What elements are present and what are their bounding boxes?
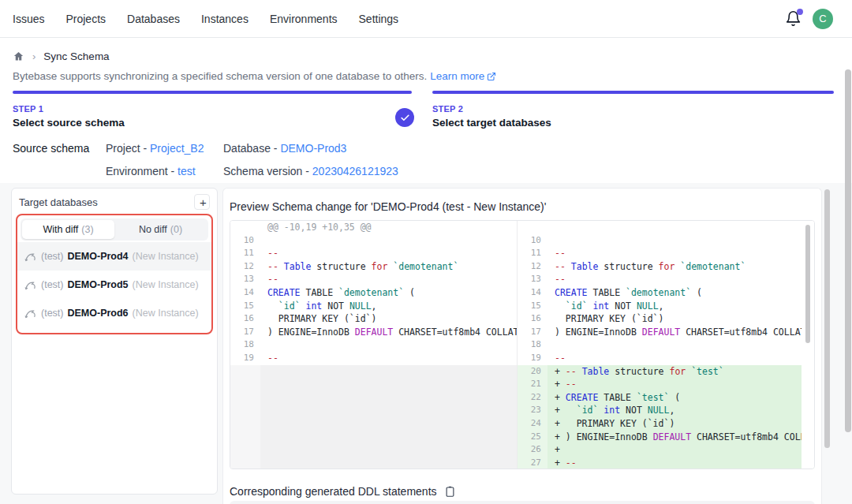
- nav-item-instances[interactable]: Instances: [201, 13, 248, 25]
- avatar[interactable]: C: [813, 9, 833, 29]
- line-number: [230, 457, 260, 469]
- diff-filler-row: [230, 443, 517, 457]
- db-environment: (test): [41, 308, 63, 319]
- diff-row: 13--: [230, 273, 517, 286]
- diff-row: 23+ `id` int NOT NULL,: [518, 404, 814, 417]
- diff-row: @@ -10,19 +10,35 @@: [230, 221, 517, 234]
- code-line: [260, 365, 517, 379]
- copy-ddl-button[interactable]: [444, 485, 456, 498]
- diff-row: 16 PRIMARY KEY (`id`): [518, 312, 814, 326]
- target-database-row-demo-prod5[interactable]: (test) DEMO-Prod5 (New Instance): [17, 271, 211, 299]
- line-number: 20: [518, 365, 547, 379]
- line-number: [230, 391, 260, 405]
- target-databases-selection: With diff(3)No diff(0) (test) DEMO-Prod4…: [16, 214, 213, 334]
- add-target-database-button[interactable]: +: [194, 194, 210, 210]
- line-number: 13: [518, 273, 547, 286]
- notifications-button[interactable]: [785, 10, 802, 28]
- line-number: 14: [518, 286, 547, 300]
- nav-item-databases[interactable]: Databases: [127, 13, 180, 25]
- diff-row: 11--: [230, 247, 517, 260]
- db-name: DEMO-Prod6: [67, 308, 128, 319]
- source-field-0: Project - Project_B2: [106, 142, 223, 155]
- tab-no-diff[interactable]: No diff(0): [114, 220, 207, 239]
- step-2: STEP 2 Select target databases: [432, 104, 551, 129]
- code-line: -- Table structure for `demotenant`: [260, 260, 517, 274]
- source-field-label: Database -: [223, 142, 280, 155]
- source-schema-fields: Project - Project_B2Database - DEMO-Prod…: [106, 142, 398, 177]
- nav-item-projects[interactable]: Projects: [65, 13, 106, 25]
- diff-scrollbar-track: [802, 221, 814, 469]
- step2-label: STEP 2: [432, 104, 551, 114]
- line-number: 22: [518, 391, 547, 405]
- code-line: `id` int NOT NULL,: [260, 300, 517, 313]
- intro-text: Bytebase supports synchronizing a specif…: [13, 70, 496, 82]
- target-database-list: (test) DEMO-Prod4 (New Instance)(test) D…: [17, 242, 211, 327]
- diff-row: 14CREATE TABLE `demotenant` (: [518, 286, 814, 300]
- diff-filler-row: [230, 457, 517, 469]
- db-note: (New Instance): [133, 251, 199, 262]
- nav-item-environments[interactable]: Environments: [270, 13, 338, 25]
- line-number: 15: [230, 300, 260, 313]
- diff-pane-modified: 1011--12-- Table structure for `demotena…: [518, 221, 814, 469]
- code-line: + `id` int NOT NULL,: [547, 404, 814, 417]
- code-line: + --: [547, 457, 814, 469]
- code-line: `id` int NOT NULL,: [547, 300, 814, 313]
- nav-item-settings[interactable]: Settings: [359, 13, 399, 25]
- code-line: [260, 417, 517, 431]
- line-number: [230, 404, 260, 417]
- content-scrollbar[interactable]: [824, 189, 830, 448]
- diff-row: [518, 221, 814, 234]
- diff-row: 19--: [230, 352, 517, 365]
- code-line: + -- Table structure for `test`: [547, 365, 814, 379]
- source-field-value-link[interactable]: test: [178, 165, 196, 177]
- nav-item-issues[interactable]: Issues: [13, 13, 44, 25]
- source-field-label: Environment -: [106, 165, 178, 177]
- notification-dot: [797, 9, 803, 15]
- diff-row: 15 `id` int NOT NULL,: [518, 300, 814, 313]
- nav-menu: IssuesProjectsDatabasesInstancesEnvironm…: [13, 13, 398, 25]
- target-databases-title: Target databases: [19, 196, 98, 208]
- source-field-value-link[interactable]: DEMO-Prod3: [280, 142, 346, 155]
- learn-more-link[interactable]: Learn more: [430, 70, 496, 82]
- code-line: [260, 234, 517, 248]
- code-line: PRIMARY KEY (`id`): [260, 312, 517, 326]
- learn-more-label: Learn more: [430, 70, 484, 82]
- diff-row: 18: [230, 338, 517, 352]
- line-number: [230, 443, 260, 457]
- source-field-value-link[interactable]: 20230426121923: [312, 165, 398, 177]
- line-number: [230, 378, 260, 391]
- db-note: (New Instance): [133, 308, 199, 319]
- tab-with-diff[interactable]: With diff(3): [22, 220, 114, 239]
- tab-label: No diff: [139, 224, 167, 235]
- diff-filler-row: [230, 378, 517, 391]
- code-line: ) ENGINE=InnoDB DEFAULT CHARSET=utf8mb4 …: [547, 326, 814, 339]
- diff-scrollbar-thumb[interactable]: [805, 225, 810, 343]
- home-icon[interactable]: [13, 50, 24, 62]
- chevron-right-icon: ›: [32, 50, 36, 62]
- page-scrollbar[interactable]: [845, 69, 851, 432]
- diff-row: 20+ -- Table structure for `test`: [518, 365, 814, 379]
- mysql-icon: [24, 279, 37, 291]
- diff-row: 22+ CREATE TABLE `test` (: [518, 391, 814, 405]
- code-line: PRIMARY KEY (`id`): [547, 312, 814, 326]
- line-number: 18: [518, 338, 547, 352]
- target-database-row-demo-prod4[interactable]: (test) DEMO-Prod4 (New Instance): [17, 242, 211, 271]
- tab-count: (3): [81, 224, 93, 235]
- diff-filter-tabs: With diff(3)No diff(0): [21, 218, 208, 241]
- diff-row: 27+ --: [518, 457, 814, 469]
- diff-filler-row: [230, 365, 517, 379]
- line-number: [230, 417, 260, 431]
- diff-row: 17) ENGINE=InnoDB DEFAULT CHARSET=utf8mb…: [518, 326, 814, 339]
- target-database-row-demo-prod6[interactable]: (test) DEMO-Prod6 (New Instance): [17, 299, 211, 327]
- diff-row: 17) ENGINE=InnoDB DEFAULT CHARSET=utf8mb…: [230, 326, 517, 339]
- line-number: 18: [230, 338, 260, 352]
- source-field-value-link[interactable]: Project_B2: [150, 142, 204, 155]
- line-number: [230, 365, 260, 379]
- code-line: ) ENGINE=InnoDB DEFAULT CHARSET=utf8mb4 …: [260, 326, 517, 339]
- diff-row: 12-- Table structure for `demotenant`: [518, 260, 814, 274]
- nav-right: C: [785, 9, 839, 29]
- step1-label: STEP 1: [13, 104, 125, 114]
- code-line: [260, 431, 517, 444]
- line-number: 10: [230, 234, 260, 248]
- diff-row: 14CREATE TABLE `demotenant` (: [230, 286, 517, 300]
